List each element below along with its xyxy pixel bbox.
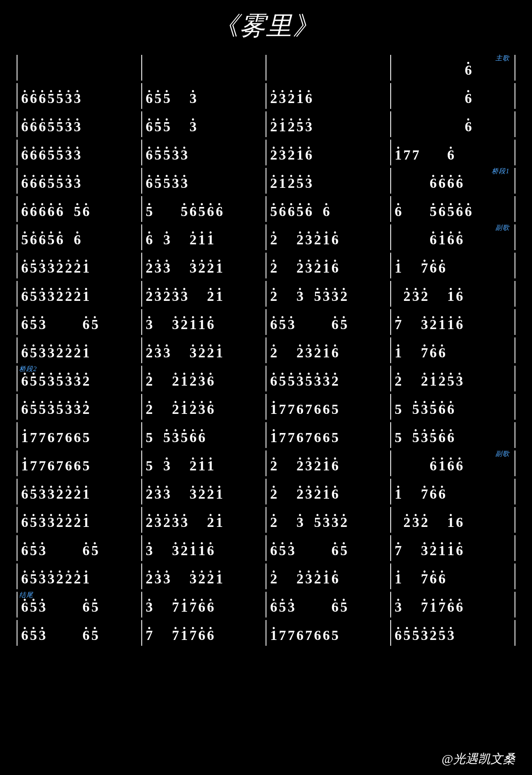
section-label: 副歌 bbox=[495, 224, 510, 232]
music-bar: 17767665 bbox=[17, 450, 141, 476]
music-row: 66655336553321253 6666桥段1 bbox=[17, 168, 515, 194]
music-bar: 3 71766 bbox=[390, 592, 516, 618]
music-bar: 65535332 bbox=[17, 394, 141, 420]
music-row: 66666 565 5656656656 6 6 56566 bbox=[17, 196, 515, 222]
music-bar: 6665533 bbox=[17, 168, 141, 194]
music-bar: 2 23216 bbox=[266, 479, 390, 504]
music-row: 65332221233 32212 232161 766 bbox=[17, 337, 515, 363]
music-bar: 653 65结尾 bbox=[17, 592, 141, 618]
music-bar: 2 23216 bbox=[266, 337, 390, 363]
music-row: 65332221233 32212 232161 766 bbox=[17, 563, 515, 589]
music-bar: 3 32116 bbox=[141, 309, 266, 335]
music-bar: 2 23216 bbox=[266, 253, 390, 278]
music-bar: 6 56566 bbox=[390, 196, 516, 222]
music-row: 65332221233 32212 232161 766 bbox=[17, 253, 515, 278]
music-bar: 5 3 211 bbox=[141, 450, 266, 476]
music-bar: 5 53566 bbox=[390, 394, 516, 420]
music-bar: 65332221 bbox=[17, 281, 141, 307]
music-bar: 2 21253 bbox=[390, 366, 516, 391]
music-bar: 65332221 bbox=[17, 507, 141, 533]
music-bar: 65535332桥段2 bbox=[17, 366, 141, 391]
music-bar: 653 65 bbox=[266, 592, 390, 618]
music-bar: 2 3 5332 bbox=[266, 507, 390, 533]
music-row: 653 653 32116653 657 32116 bbox=[17, 309, 515, 335]
section-label: 桥段2 bbox=[19, 365, 37, 374]
music-bar: 233 3221 bbox=[141, 253, 266, 278]
music-bar: 232 16 bbox=[390, 281, 516, 307]
music-row: 65535332桥段22 21236655353322 21253 bbox=[17, 366, 515, 391]
music-row: 56656 66 3 211 2 23216 6166副歌 bbox=[17, 224, 515, 250]
music-bar: 17767665 bbox=[17, 422, 141, 448]
music-row: 65332221233 32212 232161 766 bbox=[17, 479, 515, 504]
music-bar: 1 766 bbox=[390, 253, 516, 278]
music-bar: 7 71766 bbox=[141, 620, 266, 646]
music-bar: 6166副歌 bbox=[390, 450, 516, 476]
music-bar: 21253 bbox=[266, 111, 390, 137]
music-bar: 65332221 bbox=[17, 479, 141, 504]
music-bar: 653 65 bbox=[17, 535, 141, 561]
music-bar: 6 bbox=[390, 83, 516, 109]
music-bar: 1 766 bbox=[390, 563, 516, 589]
music-row: 177676655 3 2112 23216 6166副歌 bbox=[17, 450, 515, 476]
music-bar: 6665533 bbox=[17, 83, 141, 109]
music-bar: 655 3 bbox=[141, 111, 266, 137]
music-row: 6665533655 321253 6 bbox=[17, 111, 515, 137]
music-bar: 23233 21 bbox=[141, 281, 266, 307]
music-bar: 7 32116 bbox=[390, 309, 516, 335]
music-bar: 653 65 bbox=[17, 620, 141, 646]
music-bar: 6666桥段1 bbox=[390, 168, 516, 194]
song-title: 《雾里》 bbox=[8, 8, 524, 43]
music-bar: 65332221 bbox=[17, 337, 141, 363]
music-bar: 2 3 5332 bbox=[266, 281, 390, 307]
music-bar: 56656 6 bbox=[17, 224, 141, 250]
music-bar: 2 23216 bbox=[266, 563, 390, 589]
music-bar: 17767665 bbox=[266, 422, 390, 448]
music-row: 6665533655 323216 6 bbox=[17, 83, 515, 109]
music-sheet: 6主歌6665533655 323216 66665533655 321253 … bbox=[17, 55, 515, 646]
music-bar: 2 21236 bbox=[141, 366, 266, 391]
music-bar: 65332221 bbox=[17, 563, 141, 589]
music-bar: 6 bbox=[390, 111, 516, 137]
music-bar: 21253 bbox=[266, 168, 390, 194]
music-bar: 5 56566 bbox=[141, 196, 266, 222]
music-bar: 65533 bbox=[141, 140, 266, 165]
music-bar: 6166副歌 bbox=[390, 224, 516, 250]
music-row: 653 65结尾3 71766653 653 71766 bbox=[17, 592, 515, 618]
music-bar: 23216 bbox=[266, 140, 390, 165]
music-bar: 3 32116 bbox=[141, 535, 266, 561]
section-label: 结尾 bbox=[19, 591, 33, 600]
music-bar: 2 23216 bbox=[266, 450, 390, 476]
music-bar bbox=[266, 55, 390, 81]
section-label: 主歌 bbox=[495, 54, 510, 63]
music-row: 653 657 71766177676656553253 bbox=[17, 620, 515, 646]
section-label: 桥段1 bbox=[492, 167, 510, 176]
music-bar: 65533 bbox=[141, 168, 266, 194]
music-bar: 6665533 bbox=[17, 111, 141, 137]
music-bar bbox=[17, 55, 141, 81]
music-bar: 177 6 bbox=[390, 140, 516, 165]
music-bar: 1 766 bbox=[390, 337, 516, 363]
music-row: 6533222123233 212 3 5332 232 16 bbox=[17, 281, 515, 307]
music-row: 6533222123233 212 3 5332 232 16 bbox=[17, 507, 515, 533]
author-credit: @光遇凯文桑 bbox=[441, 750, 515, 768]
music-bar: 655 3 bbox=[141, 83, 266, 109]
music-bar: 6 3 211 bbox=[141, 224, 266, 250]
music-bar: 2 23216 bbox=[266, 224, 390, 250]
music-bar: 66666 56 bbox=[17, 196, 141, 222]
music-bar: 3 71766 bbox=[141, 592, 266, 618]
music-bar: 6553253 bbox=[390, 620, 516, 646]
music-bar: 6665533 bbox=[17, 140, 141, 165]
music-bar: 65535332 bbox=[266, 366, 390, 391]
music-bar: 7 32116 bbox=[390, 535, 516, 561]
music-bar: 1 766 bbox=[390, 479, 516, 504]
music-row: 6主歌 bbox=[17, 55, 515, 81]
music-bar: 232 16 bbox=[390, 507, 516, 533]
music-row: 653 653 32116653 657 32116 bbox=[17, 535, 515, 561]
music-bar: 17767665 bbox=[266, 620, 390, 646]
section-label: 副歌 bbox=[495, 450, 510, 458]
music-row: 177676655 53566177676655 53566 bbox=[17, 422, 515, 448]
music-bar: 65332221 bbox=[17, 253, 141, 278]
music-bar: 233 3221 bbox=[141, 479, 266, 504]
music-bar: 5 53566 bbox=[390, 422, 516, 448]
music-bar: 233 3221 bbox=[141, 563, 266, 589]
